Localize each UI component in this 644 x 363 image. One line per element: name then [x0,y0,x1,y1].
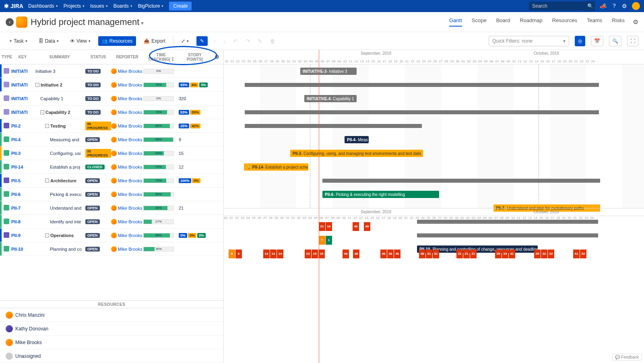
col-status[interactable]: STATUS [85,55,111,59]
fullscreen-button[interactable]: ⛶ [627,36,638,46]
edit-button[interactable]: ✎ [196,36,208,46]
workload-cell[interactable]: 46 [394,250,400,258]
nav-issues[interactable]: Issues [90,3,108,9]
quick-filters[interactable]: Quick Filters: none ▾ [489,36,569,46]
issue-key[interactable]: INITIATI [11,110,34,115]
reporter[interactable]: Mike Brooks [111,151,143,156]
reporter[interactable]: Mike Brooks [111,82,143,88]
task-row[interactable]: INITIATI - Initiative 2 TO DO Mike Brook… [0,78,223,92]
gantt-chart[interactable]: INITIATIVE-3 - Initiative 3INITIATIVE-4 … [224,64,644,208]
nav-boards[interactable]: Boards [114,3,132,9]
workload-cell[interactable]: 41 [509,250,515,258]
task-row[interactable]: PII-8 Identify and inte OPEN Mike Brooks… [0,215,223,229]
task-row[interactable]: PII-5 - Architecture OPEN Mike Brooks 75… [0,174,223,188]
workload-cell[interactable]: 6 [235,250,242,258]
reporter[interactable]: Mike Brooks [111,233,143,238]
issue-key[interactable]: PII-10 [11,247,34,252]
workload-cell[interactable]: 14 [263,250,270,258]
data-button[interactable]: 🗄 Data ▾ [35,36,62,46]
workload-cell[interactable]: 14 [277,250,283,258]
task-button[interactable]: + Task ▾ [6,36,31,46]
help-icon[interactable]: ？ [611,2,617,10]
col-story-points[interactable]: STORY POINTS[ [179,53,211,62]
tab-roadmap[interactable]: Roadmap [520,17,542,27]
task-row[interactable]: INITIATI - Capability 2 TO DO Mike Brook… [0,105,223,119]
workload-cell[interactable]: 41 [573,250,580,258]
expand-toggle[interactable]: - [40,110,44,114]
view-button[interactable]: 👁 View ▾ [66,36,94,46]
workload-cell[interactable]: 23 [305,250,311,258]
layout-button[interactable]: ⤢ ▾ [178,36,192,46]
reporter[interactable]: Mike Brooks [111,219,143,225]
nav-dashboards[interactable]: Dashboards [28,3,58,9]
issue-key[interactable]: PII-9 [11,233,34,238]
gantt-bar[interactable]: 🔒 PII-14 - Establish a project sched [244,163,308,171]
workload-cell[interactable]: 7 [319,236,325,245]
resources-button[interactable]: 👥 Resources [98,36,136,46]
workload-cell[interactable]: 29 [495,250,502,258]
task-row[interactable]: PII-9 - Operations OPEN Mike Brooks 88% … [0,229,223,242]
gantt-bar[interactable]: PII-6 - Picking & executing the right mo… [322,191,439,198]
workload-cell[interactable]: 19 [318,250,325,258]
workload-cell[interactable]: 21 [470,250,477,258]
notifications-icon[interactable]: 📣 [600,3,607,9]
nav-bigpicture[interactable]: BigPicture [138,3,164,9]
user-avatar[interactable] [632,2,640,10]
target-button[interactable]: ◎ [575,36,585,46]
reporter[interactable]: Mike Brooks [111,137,143,142]
gantt-bar[interactable]: INITIATIVE-4 - Capability 1 [304,95,357,102]
workload-cell[interactable]: 31 [433,250,439,258]
tab-risks[interactable]: Risks [612,17,625,27]
resource-row[interactable]: Kathy Donovan [0,322,223,336]
workload-cell[interactable]: 19 [312,250,318,258]
tab-teams[interactable]: Teams [587,17,602,27]
workload-cell[interactable]: 48 [353,250,359,258]
task-row[interactable]: PII-14 Establish a proj CLOSED Mike Broo… [0,160,223,174]
col-time-tracking[interactable]: TIME TRACKING[ Σ [143,53,179,62]
issue-key[interactable]: INITIATI [11,82,34,87]
calendar-button[interactable]: 📅 [591,36,603,46]
search-button[interactable]: 🔍 [585,1,595,11]
reporter[interactable]: Mike Brooks [111,123,143,129]
jira-logo[interactable]: ✱ JIRA [4,3,23,9]
resource-row[interactable]: Mike Brooks [0,336,223,349]
col-type[interactable]: TYPE [0,55,11,59]
expand-toggle[interactable]: - [45,233,49,237]
task-row[interactable]: PII-4 Measuring and OPEN Mike Brooks 98%… [0,133,223,146]
workload-cell[interactable]: 21 [463,250,470,258]
workload-cell[interactable]: 31 [426,250,432,258]
gantt-bar[interactable] [245,83,599,87]
issue-key[interactable]: PII-3 [11,151,34,156]
task-row[interactable]: INITIATI Initiative 3 TO DO Mike Brooks … [0,64,223,78]
workload-cell[interactable]: 29 [534,250,541,258]
nav-projects[interactable]: Projects [64,3,85,9]
task-row[interactable]: PII-3 Configuring, usi IN PROGRESS Mike … [0,146,223,160]
reporter[interactable]: Mike Brooks [111,192,143,197]
resource-row[interactable]: Chris Manzini [0,308,223,322]
workload-cell[interactable]: 46 [380,250,387,258]
reporter[interactable]: Mike Brooks [111,96,143,101]
workload-cell[interactable]: 21 [456,250,463,258]
workload-cell[interactable]: 8 [229,250,235,258]
gantt-bar[interactable]: PII-3 - Configuring, using, and managing… [290,150,423,157]
issue-key[interactable]: PII-4 [11,137,34,142]
feedback-button[interactable]: 💬 Feedback [612,354,642,361]
settings-icon[interactable]: ⚙ [622,3,627,9]
workload-cell[interactable]: 32 [548,250,554,258]
col-summary[interactable]: SUMMARY [34,55,85,59]
reporter[interactable]: Mike Brooks [111,164,143,170]
workload-cell[interactable]: 48 [343,250,349,258]
gantt-bar[interactable] [245,110,599,114]
workload-cell[interactable]: 46 [387,250,394,258]
col-key[interactable]: KEY [11,55,34,59]
project-settings-icon[interactable]: ⚙ [633,18,638,26]
gantt-bar[interactable] [245,124,422,128]
workload-cell[interactable]: 40 [353,222,359,231]
task-row[interactable]: PII-2 - Testing IN PROGRESS Mike Brooks … [0,119,223,133]
workload-cell[interactable]: 40 [364,222,370,231]
task-row[interactable]: PII-7 Understand and OPEN Mike Brooks 80… [0,201,223,215]
issue-key[interactable]: INITIATI [11,69,34,74]
reporter[interactable]: Mike Brooks [111,109,143,115]
create-button[interactable]: Create [169,2,192,10]
task-row[interactable]: PII-6 Picking & execu OPEN Mike Brooks 9… [0,188,223,201]
